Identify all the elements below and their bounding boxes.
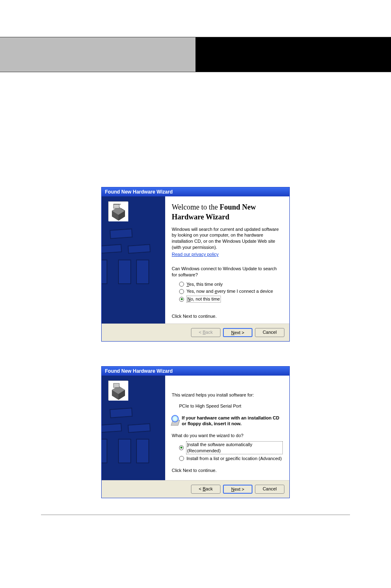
page-header <box>0 37 391 72</box>
radio-label: Install from a list or specific location… <box>186 456 282 462</box>
radio-auto-install[interactable]: Install the software automatically (Reco… <box>179 441 283 454</box>
dialog-titlebar[interactable]: Found New Hardware Wizard <box>102 187 289 196</box>
question-text: What do you want the wizard to do? <box>172 433 283 439</box>
dialog-title: Found New Hardware Wizard <box>105 189 173 195</box>
help-text: This wizard helps you install software f… <box>172 392 283 398</box>
heading-text: Welcome to the <box>172 203 220 211</box>
privacy-link[interactable]: Read our privacy policy <box>172 252 218 257</box>
heading-line2: Hardware Wizard <box>172 213 230 221</box>
cd-instruction: If your hardware came with an installati… <box>172 415 283 427</box>
wizard-side-panel <box>102 196 165 324</box>
dialog-title: Found New Hardware Wizard <box>105 368 173 374</box>
intro-text: Windows will search for current and upda… <box>172 226 283 251</box>
back-button: < Back <box>191 328 221 337</box>
svg-rect-4 <box>114 204 119 208</box>
header-right-block <box>196 37 391 72</box>
dialog-body: Welcome to the Found New Hardware Wizard… <box>102 196 289 324</box>
page-footer-rule <box>41 515 350 515</box>
spacer <box>0 72 391 187</box>
wizard-side-panel <box>102 376 165 480</box>
hardware-wizard-dialog-2: Found New Hardware Wizard <box>101 366 290 498</box>
wizard-content: This wizard helps you install software f… <box>165 376 289 480</box>
cancel-button[interactable]: Cancel <box>255 485 284 494</box>
hardware-icon <box>108 201 128 221</box>
cd-icon <box>172 415 179 426</box>
header-left-block <box>0 37 196 72</box>
continue-text: Click Next to continue. <box>172 467 283 474</box>
radio-yes-always[interactable]: Yes, now and every time I connect a devi… <box>179 288 283 294</box>
svg-rect-11 <box>114 383 119 387</box>
radio-icon <box>179 456 184 461</box>
radio-label: No, not this time <box>186 296 221 303</box>
cd-text: If your hardware came with an installati… <box>182 415 283 427</box>
wizard-heading: Welcome to the Found New Hardware Wizard <box>172 202 283 222</box>
radio-yes-once[interactable]: Yes, this time only <box>179 281 283 287</box>
radio-label: Yes, this time only <box>186 281 223 287</box>
hardware-wizard-dialog-1: Found New Hardware Wizard <box>101 187 290 342</box>
radio-icon <box>179 297 184 302</box>
radio-icon <box>179 282 184 287</box>
dialog-titlebar[interactable]: Found New Hardware Wizard <box>102 367 289 376</box>
next-button[interactable]: Next > <box>223 328 252 337</box>
wizard-content: Welcome to the Found New Hardware Wizard… <box>165 196 289 324</box>
dialog-body: This wizard helps you install software f… <box>102 376 289 480</box>
wizard-footer: < Back Next > Cancel <box>102 480 289 498</box>
radio-no[interactable]: No, not this time <box>179 296 283 303</box>
back-button[interactable]: < Back <box>191 485 221 494</box>
continue-text: Click Next to continue. <box>172 313 283 319</box>
hardware-icon <box>108 381 128 400</box>
document-page: Found New Hardware Wizard <box>0 37 391 540</box>
cancel-button[interactable]: Cancel <box>255 328 284 337</box>
radio-specific-location[interactable]: Install from a list or specific location… <box>179 456 283 462</box>
question-text: Can Windows connect to Windows Update to… <box>172 266 283 278</box>
radio-icon <box>179 445 184 450</box>
heading-bold: Found New <box>220 203 256 211</box>
spacer <box>0 342 391 366</box>
next-button[interactable]: Next > <box>223 485 252 494</box>
wizard-footer: < Back Next > Cancel <box>102 324 289 341</box>
radio-label: Yes, now and every time I connect a devi… <box>186 288 273 294</box>
radio-label: Install the software automatically (Reco… <box>186 441 283 454</box>
radio-icon <box>179 289 184 294</box>
decorative-shapes <box>102 404 165 480</box>
decorative-shapes <box>102 225 165 324</box>
device-name: PCIe to High Speed Serial Port <box>179 403 283 409</box>
